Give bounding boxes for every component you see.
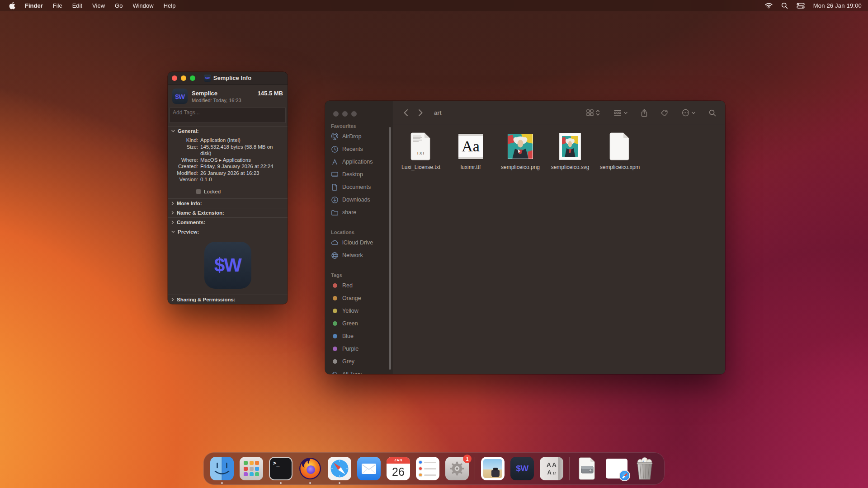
section-general-label: General: — [178, 128, 199, 134]
dock-item-terminal[interactable]: >_ — [269, 457, 292, 480]
sidebar-tag-red[interactable]: Red — [325, 279, 392, 292]
menu-file[interactable]: File — [48, 2, 67, 9]
cloud-icon — [331, 239, 339, 247]
section-sharing-permissions[interactable]: Sharing & Permissions: — [168, 295, 288, 304]
dock-item-disk-image[interactable] — [576, 457, 599, 480]
more-actions-button[interactable] — [682, 109, 695, 117]
search-button[interactable] — [709, 109, 716, 117]
view-switcher[interactable] — [586, 109, 600, 116]
sidebar-item-downloads[interactable]: Downloads — [325, 193, 392, 206]
sidebar-tag-green[interactable]: Green — [325, 317, 392, 330]
share-button[interactable] — [641, 109, 647, 117]
dock-item-calendar[interactable]: JAN 26 — [387, 457, 410, 480]
info-row-where: Where: MacOS ▸ Applications — [168, 157, 284, 164]
section-general[interactable]: General: — [168, 126, 288, 136]
locked-label: Locked — [204, 189, 221, 194]
clock-icon — [331, 145, 339, 153]
tag-dot-blue — [333, 334, 337, 338]
menu-finder[interactable]: Finder — [21, 2, 48, 9]
minimize-button[interactable] — [342, 111, 348, 117]
all-tags-icon — [331, 371, 339, 375]
file-sempliceico-svg[interactable]: sempliceico.svg — [547, 131, 593, 170]
dock-item-firefox[interactable] — [298, 457, 322, 480]
file-grid: TXT Luxi_License.txt Aa luximr.ttf sempl… — [392, 125, 725, 374]
section-more-info[interactable]: More Info: — [168, 198, 288, 208]
minimize-button[interactable] — [181, 75, 186, 81]
sidebar-tag-yellow[interactable]: Yellow — [325, 305, 392, 317]
dock-item-reminders[interactable] — [416, 457, 439, 480]
locked-checkbox[interactable] — [196, 189, 201, 194]
add-tags-field[interactable] — [170, 108, 286, 123]
menu-help[interactable]: Help — [159, 2, 181, 9]
tags-button[interactable] — [661, 109, 668, 117]
globe-icon — [331, 252, 339, 259]
sidebar-tag-orange[interactable]: Orange — [325, 292, 392, 305]
file-sempliceico-png[interactable]: sempliceico.png — [497, 131, 543, 170]
tag-icon — [661, 109, 668, 117]
spotlight-search-icon[interactable] — [781, 2, 788, 9]
finder-window: Favourites AirDrop Recents Applications … — [325, 101, 725, 374]
info-window-title: Semplice Info — [213, 75, 252, 81]
section-comments[interactable]: Comments: — [168, 217, 288, 227]
zoom-button[interactable] — [190, 75, 195, 81]
sidebar-item-icloud-drive[interactable]: iCloud Drive — [325, 236, 392, 249]
desktop-icon — [331, 171, 339, 178]
sidebar-tag-grey[interactable]: Grey — [325, 355, 392, 368]
section-name-extension[interactable]: Name & Extension: — [168, 208, 288, 217]
dock-item-safari[interactable] — [328, 457, 351, 480]
section-preview[interactable]: Preview: — [168, 227, 288, 236]
dock-item-font-book[interactable]: A A A a — [540, 457, 563, 480]
sidebar-item-recents[interactable]: Recents — [325, 143, 392, 155]
menu-go[interactable]: Go — [110, 2, 127, 9]
png-image-icon — [508, 131, 533, 162]
dock-item-preview[interactable] — [481, 457, 505, 480]
info-window-titlebar[interactable]: $W Semplice Info — [168, 72, 288, 84]
file-sempliceico-xpm[interactable]: sempliceico.xpm — [597, 131, 643, 170]
apple-menu[interactable] — [6, 2, 21, 9]
sidebar-tag-purple[interactable]: Purple — [325, 343, 392, 355]
control-center-icon[interactable] — [797, 3, 805, 9]
add-tags-input[interactable] — [173, 109, 283, 116]
finder-main: art — [392, 101, 725, 374]
chevron-down-icon — [624, 112, 627, 114]
sidebar-item-desktop[interactable]: Desktop — [325, 168, 392, 181]
forward-button[interactable] — [416, 107, 425, 118]
dock-item-finder[interactable] — [210, 457, 234, 480]
sidebar-item-network[interactable]: Network — [325, 249, 392, 262]
dock-item-downloaded-file[interactable] — [605, 457, 628, 480]
group-by-button[interactable] — [613, 110, 627, 116]
zoom-button[interactable] — [351, 111, 357, 117]
back-button[interactable] — [401, 107, 410, 118]
info-row-modified: Modified: 26 January 2026 at 16:23 — [168, 170, 284, 177]
sidebar-tag-blue[interactable]: Blue — [325, 330, 392, 343]
dock-item-trash[interactable] — [634, 457, 658, 480]
dock-divider — [475, 457, 475, 480]
dock-item-system-settings[interactable]: 1 — [445, 457, 469, 480]
menubar-clock[interactable]: Mon 26 Jan 19:00 — [813, 2, 862, 9]
info-row-version: Version: 0.1.0 — [168, 176, 284, 183]
dock-item-semplice[interactable]: $W — [510, 457, 534, 480]
share-icon — [641, 109, 647, 117]
menu-view[interactable]: View — [87, 2, 110, 9]
close-button[interactable] — [172, 75, 177, 81]
search-icon — [709, 109, 716, 117]
close-button[interactable] — [333, 111, 339, 117]
sidebar-item-documents[interactable]: Documents — [325, 181, 392, 193]
menu-window[interactable]: Window — [127, 2, 158, 9]
file-luxi-license-txt[interactable]: TXT Luxi_License.txt — [398, 131, 444, 170]
wifi-icon[interactable] — [765, 3, 773, 9]
sidebar-scrollbar[interactable] — [389, 127, 391, 370]
menu-edit[interactable]: Edit — [67, 2, 87, 9]
sidebar-item-all-tags[interactable]: All Tags... — [325, 368, 392, 374]
sidebar-item-airdrop[interactable]: AirDrop — [325, 130, 392, 143]
folder-icon — [331, 209, 339, 216]
sidebar-header-locations: Locations — [325, 219, 392, 236]
dock-item-mail[interactable] — [357, 457, 381, 480]
file-luximr-ttf[interactable]: Aa luximr.ttf — [448, 131, 494, 170]
font-book-icon: A A A a — [540, 457, 563, 480]
sidebar-item-share[interactable]: share — [325, 206, 392, 219]
document-icon — [331, 183, 339, 191]
info-app-size: 145.5 MB — [258, 90, 283, 97]
sidebar-item-applications[interactable]: Applications — [325, 155, 392, 168]
dock-item-launchpad[interactable] — [240, 457, 263, 480]
